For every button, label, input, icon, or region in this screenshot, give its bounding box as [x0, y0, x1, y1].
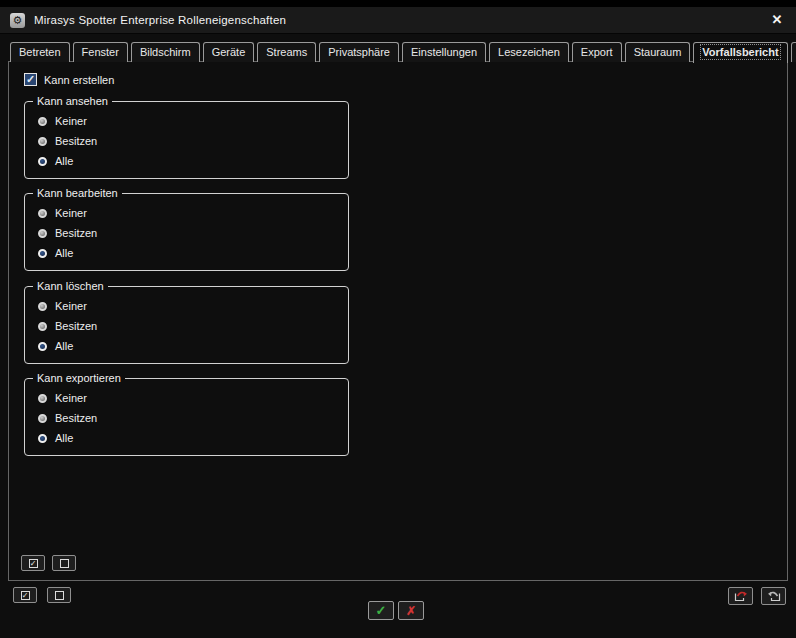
role-properties-dialog: ⚙ Mirasys Spotter Enterprise Rolleneigen… [0, 0, 796, 638]
ok-check-icon: ✓ [376, 603, 387, 618]
tab-betreten[interactable]: Betreten [10, 42, 70, 62]
tab-plugins[interactable]: Plugins [791, 42, 796, 62]
tab-fenster[interactable]: Fenster [73, 42, 128, 62]
radio-icon[interactable] [38, 137, 47, 146]
radio-label: Alle [55, 155, 73, 167]
tab-geraete[interactable]: Geräte [203, 42, 255, 62]
radio-label: Alle [55, 432, 73, 444]
radio-icon-selected[interactable] [38, 342, 47, 351]
radio-alle[interactable]: Alle [38, 247, 73, 259]
radio-besitzen[interactable]: Besitzen [38, 320, 97, 332]
undo-arrow-gray-icon [766, 590, 782, 603]
group-kann-bearbeiten: Kann bearbeiten Keiner Besitzen Alle [24, 193, 349, 271]
footer-confirm-buttons: ✓ ✗ [368, 601, 424, 620]
tab-stauraum[interactable]: Stauraum [625, 42, 691, 62]
footer-revert-buttons [728, 587, 786, 605]
radio-label: Keiner [55, 300, 87, 312]
group-title: Kann bearbeiten [33, 187, 122, 199]
tabbar: Betreten Fenster Bildschirm Geräte Strea… [10, 42, 796, 62]
radio-besitzen[interactable]: Besitzen [38, 135, 97, 147]
radio-label: Alle [55, 340, 73, 352]
radio-besitzen[interactable]: Besitzen [38, 227, 97, 239]
revert-all-button[interactable] [728, 587, 753, 605]
tab-lesezeichen[interactable]: Lesezeichen [489, 42, 569, 62]
radio-label: Besitzen [55, 135, 97, 147]
radio-label: Besitzen [55, 412, 97, 424]
tab-bildschirm[interactable]: Bildschirm [131, 42, 200, 62]
radio-alle[interactable]: Alle [38, 432, 73, 444]
radio-keiner[interactable]: Keiner [38, 300, 87, 312]
close-icon[interactable]: ✕ [768, 11, 786, 29]
radio-icon[interactable] [38, 229, 47, 238]
titlebar: ⚙ Mirasys Spotter Enterprise Rolleneigen… [0, 7, 796, 34]
tab-vorfallsbericht[interactable]: Vorfallsbericht [693, 42, 787, 63]
radio-label: Besitzen [55, 320, 97, 332]
radio-label: Keiner [55, 115, 87, 127]
footer-deselect-all-button[interactable] [47, 587, 71, 603]
group-kann-loeschen: Kann löschen Keiner Besitzen Alle [24, 286, 349, 364]
radio-icon-selected[interactable] [38, 249, 47, 258]
tab-einstellungen[interactable]: Einstellungen [402, 42, 486, 62]
tab-export[interactable]: Export [572, 42, 622, 62]
revert-button[interactable] [761, 587, 786, 605]
radio-label: Besitzen [55, 227, 97, 239]
can-create-label: Kann erstellen [44, 74, 114, 86]
radio-alle[interactable]: Alle [38, 155, 73, 167]
radio-icon[interactable] [38, 394, 47, 403]
empty-box-icon [60, 559, 69, 568]
redo-arrow-red-icon [733, 590, 749, 603]
footer-select-all-button[interactable]: ✓ [13, 587, 37, 603]
group-title: Kann löschen [33, 280, 108, 292]
radio-icon-selected[interactable] [38, 434, 47, 443]
radio-label: Alle [55, 247, 73, 259]
checked-box-icon: ✓ [29, 559, 38, 568]
tab-streams[interactable]: Streams [257, 42, 316, 62]
window-title: Mirasys Spotter Enterprise Rolleneigensc… [34, 14, 286, 26]
radio-besitzen[interactable]: Besitzen [38, 412, 97, 424]
select-all-button[interactable]: ✓ [21, 555, 45, 571]
cancel-button[interactable]: ✗ [398, 601, 424, 620]
app-gear-icon: ⚙ [10, 13, 25, 28]
group-title: Kann exportieren [33, 372, 125, 384]
radio-keiner[interactable]: Keiner [38, 115, 87, 127]
panel-bulk-buttons: ✓ [21, 555, 76, 571]
can-create-checkbox[interactable]: ✓ [24, 73, 37, 86]
footer-bulk-buttons: ✓ [13, 587, 71, 603]
cancel-x-icon: ✗ [406, 604, 416, 618]
radio-label: Keiner [55, 207, 87, 219]
deselect-all-button[interactable] [52, 555, 76, 571]
radio-alle[interactable]: Alle [38, 340, 73, 352]
radio-icon[interactable] [38, 414, 47, 423]
radio-icon[interactable] [38, 322, 47, 331]
top-strip [0, 0, 796, 7]
radio-keiner[interactable]: Keiner [38, 207, 87, 219]
radio-icon[interactable] [38, 302, 47, 311]
can-create-row[interactable]: ✓ Kann erstellen [24, 73, 114, 86]
group-kann-ansehen: Kann ansehen Keiner Besitzen Alle [24, 101, 349, 179]
radio-icon-selected[interactable] [38, 157, 47, 166]
tab-page-vorfallsbericht: ✓ Kann erstellen Kann ansehen Keiner Bes… [8, 61, 788, 581]
tab-privatsphaere[interactable]: Privatsphäre [319, 42, 399, 62]
radio-icon[interactable] [38, 117, 47, 126]
empty-box-icon [55, 591, 64, 600]
group-title: Kann ansehen [33, 95, 112, 107]
checked-box-icon: ✓ [21, 591, 30, 600]
radio-keiner[interactable]: Keiner [38, 392, 87, 404]
group-kann-exportieren: Kann exportieren Keiner Besitzen Alle [24, 378, 349, 456]
radio-icon[interactable] [38, 209, 47, 218]
radio-label: Keiner [55, 392, 87, 404]
ok-button[interactable]: ✓ [368, 601, 394, 620]
